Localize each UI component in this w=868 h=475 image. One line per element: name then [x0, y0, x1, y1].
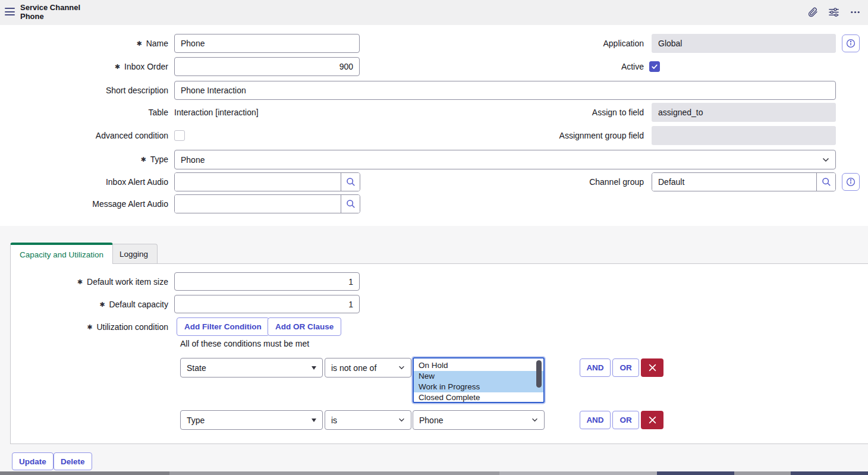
multiselect-scrollbar[interactable] [536, 360, 542, 388]
required-marker: ✱ [136, 40, 141, 47]
tab-logging[interactable]: Logging [110, 244, 158, 264]
active-checkbox[interactable] [649, 61, 660, 72]
condition-1-and-button[interactable]: AND [580, 358, 611, 377]
condition-2-operator-value: is [331, 416, 398, 425]
info-icon[interactable] [842, 34, 860, 52]
condition-1-operator-value: is not one of [331, 363, 398, 373]
type-label: ✱Type [0, 150, 168, 169]
multiselect-option[interactable]: Closed Complete [414, 392, 543, 403]
condition-2-or-button[interactable]: OR [612, 411, 639, 429]
channel-group-field [652, 172, 836, 191]
page-title-line1: Service Channel [20, 3, 80, 12]
menu-icon[interactable] [5, 8, 15, 17]
multiselect-option[interactable]: On Hold [414, 360, 543, 371]
type-select-value: Phone [181, 155, 822, 165]
assignment-group-field-value [652, 126, 836, 145]
inbox-order-input[interactable] [174, 57, 360, 76]
ellipsis-icon[interactable] [847, 4, 863, 20]
chevron-down-icon [532, 418, 538, 422]
search-icon[interactable] [341, 195, 360, 213]
channel-group-input[interactable] [652, 173, 816, 191]
add-filter-condition-button[interactable]: Add Filter Condition [177, 317, 269, 336]
caret-down-icon [312, 366, 316, 370]
inbox-order-label: ✱Inbox Order [0, 57, 168, 76]
page-title: Service Channel Phone [20, 3, 80, 21]
type-select[interactable]: Phone [174, 150, 836, 169]
close-icon [649, 364, 656, 372]
required-marker: ✱ [115, 63, 120, 70]
condition-1-or-button[interactable]: OR [612, 358, 639, 377]
required-marker: ✱ [99, 301, 105, 308]
condition-2-field-value: Type [187, 416, 307, 425]
multiselect-option-selected[interactable]: New [414, 371, 543, 382]
utilization-condition-label: ✱Utilization condition [0, 317, 168, 336]
required-marker: ✱ [140, 156, 146, 163]
message-alert-audio-field [174, 194, 360, 213]
page-title-line2: Phone [20, 12, 80, 21]
default-capacity-label: ✱Default capacity [0, 295, 168, 314]
condition-2-value: Phone [419, 416, 532, 425]
condition-1-delete-button[interactable] [641, 358, 663, 377]
name-input[interactable] [174, 34, 360, 53]
advanced-condition-checkbox[interactable] [174, 130, 185, 141]
message-alert-audio-input[interactable] [175, 195, 341, 213]
delete-button[interactable]: Delete [54, 452, 92, 470]
condition-1-field-select[interactable]: State [180, 358, 323, 378]
default-capacity-input[interactable] [174, 295, 360, 313]
table-label: Table [0, 103, 168, 122]
inbox-alert-audio-field [174, 172, 360, 191]
tab-capacity-and-utilization[interactable]: Capacity and Utilization [10, 243, 113, 264]
short-description-label: Short description [0, 81, 168, 100]
required-marker: ✱ [87, 323, 92, 331]
condition-2-value-select[interactable]: Phone [413, 410, 545, 430]
channel-group-label: Channel group [416, 172, 644, 191]
message-alert-audio-label: Message Alert Audio [0, 194, 168, 213]
chevron-down-icon [398, 366, 405, 370]
condition-1-operator-select[interactable]: is not one of [325, 358, 411, 378]
inbox-alert-audio-input[interactable] [175, 173, 341, 191]
name-label: ✱Name [0, 34, 168, 53]
search-icon[interactable] [816, 173, 835, 191]
chevron-down-icon [822, 158, 829, 162]
header-bar: Service Channel Phone [0, 0, 868, 25]
condition-2-operator-select[interactable]: is [325, 410, 411, 430]
advanced-condition-label: Advanced condition [0, 126, 168, 145]
short-description-input[interactable] [174, 81, 836, 100]
condition-2-delete-button[interactable] [641, 411, 663, 429]
service-channel-form-screen: Service Channel Phone ✱Name ✱Inbox Order… [0, 0, 868, 475]
condition-1-field-value: State [187, 363, 307, 373]
paperclip-icon[interactable] [804, 4, 820, 20]
required-marker: ✱ [77, 278, 83, 285]
update-button[interactable]: Update [12, 452, 54, 470]
caret-down-icon [312, 419, 316, 422]
search-icon[interactable] [341, 173, 360, 191]
add-or-clause-button[interactable]: Add OR Clause [268, 317, 341, 336]
condition-2-and-button[interactable]: AND [580, 411, 611, 429]
assignment-group-field-label: Assignment group field [416, 126, 644, 145]
application-label: Application [416, 34, 644, 53]
header-actions [804, 4, 863, 20]
application-value: Global [652, 34, 836, 53]
inbox-alert-audio-label: Inbox Alert Audio [0, 172, 168, 191]
assign-to-field-value: assigned_to [652, 103, 836, 122]
condition-2-field-select[interactable]: Type [180, 410, 323, 430]
default-work-item-size-input[interactable] [174, 272, 360, 291]
sliders-icon[interactable] [825, 4, 842, 20]
window-edge-strip [0, 471, 868, 475]
assign-to-field-label: Assign to field [416, 103, 644, 122]
chevron-down-icon [398, 418, 405, 422]
condition-1-value-multiselect[interactable]: On Hold New Work in Progress Closed Comp… [413, 357, 545, 403]
table-value: Interaction [interaction] [174, 103, 259, 122]
conditions-note: All of these conditions must be met [180, 339, 309, 348]
default-work-item-size-label: ✱Default work item size [0, 272, 168, 291]
close-icon [649, 416, 656, 424]
active-label: Active [416, 57, 644, 76]
checkmark-icon [651, 63, 658, 70]
multiselect-option-selected[interactable]: Work in Progress [414, 382, 543, 392]
info-icon[interactable] [842, 173, 860, 191]
